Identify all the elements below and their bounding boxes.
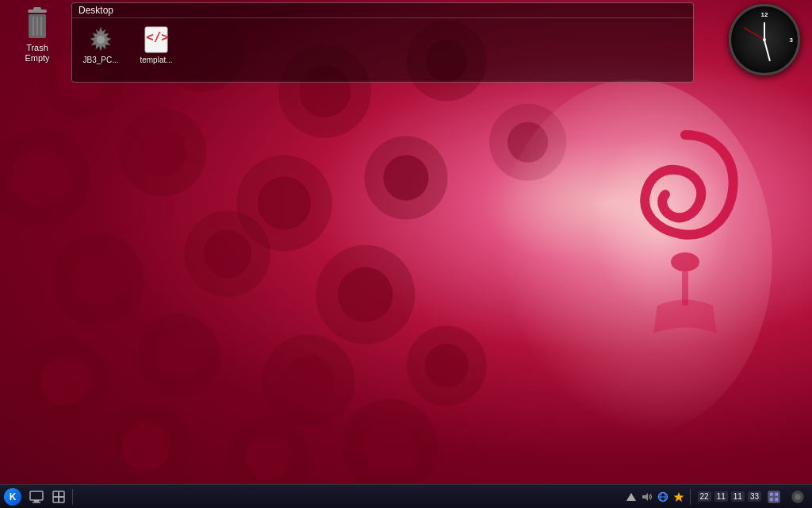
desktop: Trash Empty Desktop JB3_PC... [0,0,812,508]
trash-image [23,6,52,41]
svg-text:</>: </> [146,29,169,44]
clock-hour-hand [764,22,765,40]
svg-rect-15 [53,491,59,497]
clock-minute-hand [764,40,771,61]
svg-point-9 [97,36,105,44]
gear-icon [86,25,115,54]
svg-rect-29 [775,498,778,501]
desktop-file-template[interactable]: </> templat... [132,23,180,77]
time-seg-2: 11 [714,491,728,502]
clock-12-label: 12 [761,11,768,18]
svg-point-0 [671,252,699,271]
tray-extra-2[interactable] [787,487,808,507]
clock-second-hand [744,28,764,40]
tray-extra-1[interactable] [764,487,784,507]
svg-rect-16 [59,491,64,497]
desktop-panel: Desktop JB3_PC... [71,2,694,83]
kde-logo: K [4,488,21,506]
svg-rect-25 [768,491,779,502]
tray-star-icon[interactable] [672,490,686,504]
kde-start-button[interactable]: K [2,486,24,508]
trash-icon[interactable]: Trash Empty [12,6,63,62]
tray-network-icon[interactable] [656,490,670,504]
svg-rect-12 [30,491,43,500]
trash-label: Trash Empty [25,43,49,64]
clock-widget[interactable]: 12 3 [729,4,800,75]
desktop-file-jb3-label: JB3_PC... [82,56,118,64]
tray-volume-icon[interactable] [640,490,654,504]
svg-rect-27 [775,492,778,495]
svg-marker-19 [626,493,636,501]
desktop-file-template-label: templat... [140,56,172,64]
time-seg-1: 22 [698,491,711,502]
svg-rect-28 [770,498,773,501]
svg-rect-3 [33,7,41,10]
taskbar-time[interactable]: 22 11 11 33 [698,491,762,502]
taskbar-separator [72,489,73,505]
clock-center [763,38,766,41]
taskbar-right: 22 11 11 33 [624,487,813,507]
svg-marker-20 [642,493,648,501]
code-icon: </> [142,25,170,54]
window-manager-button[interactable] [48,487,69,507]
svg-rect-17 [53,497,59,502]
svg-point-31 [795,494,801,500]
time-seg-4: 33 [748,491,761,502]
svg-rect-18 [59,497,64,502]
svg-marker-24 [673,492,684,502]
desktop-file-jb3[interactable]: JB3_PC... [77,23,124,77]
desktop-panel-title: Desktop [72,3,693,18]
svg-rect-13 [34,500,39,502]
clock-face: 12 3 [733,8,796,71]
time-seg-3: 11 [731,491,745,502]
tray-arrow-icon[interactable] [624,490,638,504]
monitor-button[interactable] [26,487,47,507]
desktop-panel-content: JB3_PC... </> templat... [72,18,693,82]
debian-logo [590,103,749,341]
tray-separator [690,489,691,505]
taskbar: K [0,484,812,508]
clock-3-label: 3 [790,37,793,44]
svg-rect-26 [770,492,773,495]
